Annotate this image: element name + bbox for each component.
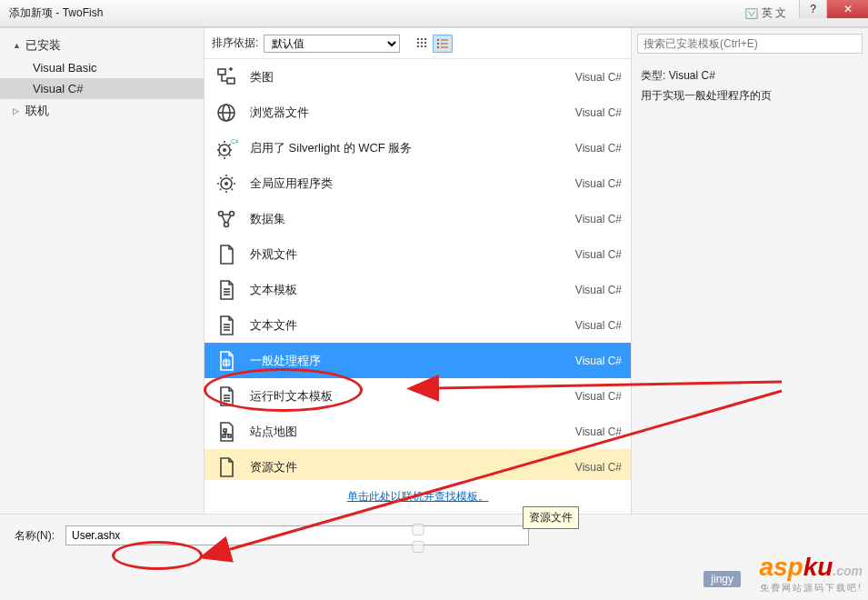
svg-rect-0 (746, 8, 757, 18)
template-row[interactable]: 外观文件 Visual C# (205, 236, 631, 272)
file-icon (214, 455, 239, 480)
svg-rect-41 (224, 429, 226, 432)
svg-rect-8 (421, 45, 423, 47)
svg-rect-13 (441, 43, 448, 44)
template-list[interactable]: 类图 Visual C# 浏览器文件 Visual C#C# 启用了 Silve… (205, 59, 631, 480)
text-file-icon (214, 277, 239, 303)
template-name: 数据集 (250, 211, 575, 227)
template-name: 全局应用程序类 (250, 175, 575, 192)
jingyan-watermark: jingy (703, 571, 741, 587)
svg-point-25 (224, 182, 228, 185)
template-lang: Visual C# (575, 355, 622, 367)
template-lang: Visual C# (575, 71, 622, 84)
window-buttons: ? ✕ (799, 0, 868, 18)
template-name: 类图 (250, 69, 575, 85)
gear-cs-icon: C# (214, 135, 239, 161)
template-lang: Visual C# (575, 177, 622, 190)
tree-csharp[interactable]: Visual C# (0, 78, 204, 99)
template-name: 运行时文本模板 (250, 388, 575, 405)
template-lang: Visual C# (575, 390, 622, 403)
tooltip: 资源文件 (523, 506, 579, 529)
detail-info: 类型: Visual C# 用于实现一般处理程序的页 (637, 63, 863, 109)
template-lang: Visual C# (575, 248, 622, 261)
dataset-icon (214, 206, 239, 232)
svg-rect-10 (437, 39, 439, 41)
template-row[interactable]: 一般处理程序 Visual C# (205, 343, 631, 378)
template-name: 外观文件 (250, 246, 575, 263)
name-label: 名称(N): (15, 525, 55, 544)
svg-point-22 (223, 148, 226, 152)
template-lang: Visual C# (575, 284, 622, 296)
titlebar: 添加新项 - TwoFish 英 文 ? ✕ (0, 0, 868, 27)
watermark: aspku.com 免费网站源码下载吧! (759, 553, 863, 595)
view-grid-button[interactable] (413, 35, 433, 53)
text-file-icon (214, 313, 239, 338)
template-name: 站点地图 (250, 424, 575, 440)
tree-vb[interactable]: Visual Basic (0, 57, 204, 78)
toolbar: 排序依据: 默认值 (205, 28, 631, 59)
svg-rect-9 (424, 45, 426, 47)
template-row[interactable]: 类图 Visual C# (205, 59, 631, 95)
lang-indicator[interactable]: 英 文 (745, 5, 786, 21)
details-panel: 类型: Visual C# 用于实现一般处理程序的页 (632, 28, 868, 514)
template-row[interactable]: 站点地图 Visual C# (205, 414, 631, 449)
svg-rect-15 (441, 46, 448, 47)
online-search-link[interactable]: 单击此处以联机并查找模板。 (347, 490, 489, 503)
close-button[interactable]: ✕ (826, 0, 868, 18)
template-row[interactable]: 数据集 Visual C# (205, 201, 631, 236)
template-name: 资源文件 (250, 459, 575, 475)
template-row[interactable]: 文本模板 Visual C# (205, 272, 631, 307)
ime-icon (745, 7, 758, 20)
text-file-icon (214, 384, 239, 409)
template-name: 浏览器文件 (250, 105, 575, 121)
svg-rect-6 (424, 42, 426, 44)
help-button[interactable]: ? (799, 0, 826, 18)
template-name: 文本文件 (250, 317, 575, 334)
category-tree: ▲已安装 Visual Basic Visual C# ▷联机 (0, 28, 205, 514)
template-lang: Visual C# (575, 106, 622, 119)
template-lang: Visual C# (575, 461, 622, 474)
template-lang: Visual C# (575, 142, 622, 155)
svg-rect-14 (437, 46, 439, 48)
template-lang: Visual C# (575, 319, 622, 332)
window-title: 添加新项 - TwoFish (9, 5, 103, 21)
template-name: 启用了 Silverlight 的 WCF 服务 (250, 140, 575, 156)
template-name: 一般处理程序 (250, 353, 575, 369)
gear-icon (214, 171, 239, 196)
svg-rect-16 (218, 69, 225, 75)
search-input[interactable] (637, 34, 863, 54)
template-row[interactable]: 浏览器文件 Visual C# (205, 95, 631, 130)
template-lang: Visual C# (575, 425, 622, 438)
check1[interactable] (186, 524, 650, 535)
svg-rect-7 (417, 45, 419, 47)
svg-rect-3 (424, 38, 426, 40)
tree-installed[interactable]: ▲已安装 (0, 34, 204, 57)
template-row[interactable]: 文本文件 Visual C# (205, 307, 631, 343)
svg-rect-5 (421, 42, 423, 44)
template-panel: 排序依据: 默认值 类图 Visual C# 浏览器文件 Visual C#C#… (205, 28, 632, 514)
view-list-button[interactable] (433, 35, 453, 53)
svg-rect-12 (437, 43, 439, 45)
template-row[interactable]: 资源文件 Visual C# (205, 449, 631, 480)
file-icon (214, 242, 239, 267)
svg-rect-4 (417, 42, 419, 44)
svg-rect-17 (227, 78, 234, 84)
class-diagram-icon (214, 65, 239, 90)
sort-label: 排序依据: (212, 35, 258, 51)
sort-dropdown[interactable]: 默认值 (264, 35, 400, 53)
template-row[interactable]: 全局应用程序类 Visual C# (205, 165, 631, 201)
tree-online[interactable]: ▷联机 (0, 99, 204, 123)
template-name: 文本模板 (250, 282, 575, 298)
svg-rect-1 (417, 38, 419, 40)
svg-rect-43 (223, 435, 225, 437)
svg-rect-11 (441, 39, 448, 40)
template-row[interactable]: 运行时文本模板 Visual C# (205, 378, 631, 414)
template-row[interactable]: C# 启用了 Silverlight 的 WCF 服务 Visual C# (205, 130, 631, 165)
globe-file-icon (214, 348, 239, 374)
check2[interactable] (186, 541, 650, 553)
svg-text:C#: C# (231, 138, 238, 145)
sitemap-icon (214, 419, 239, 445)
browser-icon (214, 100, 239, 125)
svg-rect-2 (421, 38, 423, 40)
template-lang: Visual C# (575, 213, 622, 225)
